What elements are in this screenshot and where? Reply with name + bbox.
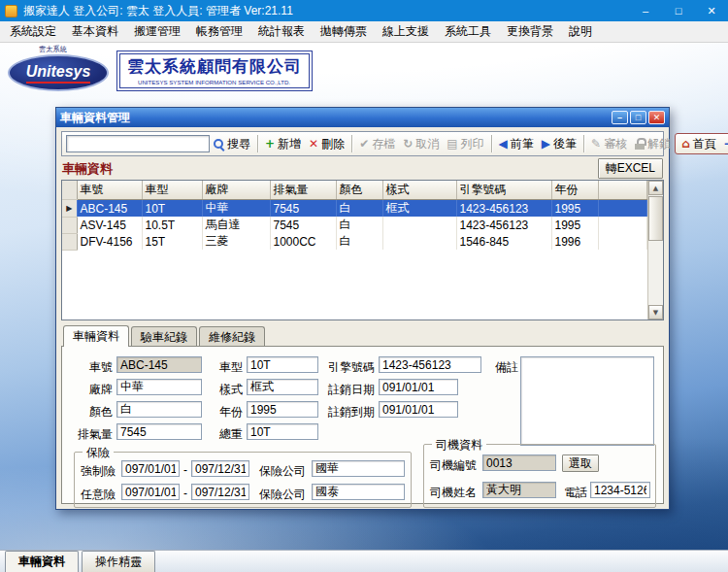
child-minimize-button[interactable]: – <box>612 111 628 124</box>
driver-id-field <box>482 454 556 471</box>
window-controls: – □ ✕ <box>629 0 728 21</box>
engine-no-field[interactable] <box>379 356 481 373</box>
row-selector-cell[interactable] <box>62 233 77 250</box>
cell[interactable]: 框式 <box>382 200 456 218</box>
table-row[interactable]: DFV-4156 15T 三菱 1000CC 白 1546-845 1996 <box>62 233 647 250</box>
tab-inspection-records[interactable]: 驗車紀錄 <box>131 326 197 347</box>
scrollbar-track[interactable] <box>648 195 663 305</box>
menu-item-system-config[interactable]: 系統設定 <box>2 21 64 42</box>
menu-item-change-background[interactable]: 更換背景 <box>499 21 561 42</box>
cell[interactable]: 1000CC <box>270 233 336 250</box>
cancel-date-field[interactable] <box>379 379 458 395</box>
search-input[interactable] <box>66 135 210 152</box>
compulsory-from-field[interactable] <box>121 460 180 477</box>
cell[interactable]: 白 <box>336 233 382 250</box>
menu-item-basic-data[interactable]: 基本資料 <box>64 21 126 42</box>
application-window: 搬家達人 登入公司: 雲太 登入人員: 管理者 Ver:21.11 – □ ✕ … <box>0 0 728 572</box>
cell[interactable]: 白 <box>336 217 382 233</box>
scroll-down-icon[interactable]: ▼ <box>648 305 663 320</box>
exit-button[interactable]: → 離開 <box>720 134 728 154</box>
cell[interactable]: 1996 <box>551 233 598 250</box>
cell[interactable]: 馬自達 <box>202 217 270 233</box>
cell[interactable]: 1546-845 <box>456 233 551 250</box>
menu-item-statistics-report[interactable]: 統計報表 <box>250 21 313 42</box>
driver-phone-field[interactable] <box>590 482 650 498</box>
cell[interactable]: 15T <box>142 233 202 250</box>
search-button[interactable]: 搜尋 <box>210 134 254 154</box>
export-excel-button[interactable]: 轉EXCEL <box>598 158 663 179</box>
scroll-up-icon[interactable]: ▲ <box>648 181 663 195</box>
cell[interactable]: 中華 <box>202 200 270 218</box>
brand-field[interactable] <box>116 379 202 395</box>
delete-icon: ✕ <box>309 138 318 150</box>
style-field[interactable] <box>247 379 318 395</box>
vehicle-window-titlebar[interactable]: 車輛資料管理 – □ ✕ <box>56 108 669 127</box>
menu-item-moving-management[interactable]: 搬運管理 <box>126 21 188 42</box>
menu-item-accounting[interactable]: 帳務管理 <box>188 21 250 42</box>
cell[interactable]: 10T <box>142 200 202 218</box>
cell[interactable]: 10.5T <box>142 217 202 233</box>
cancel-button: ↻ 取消 <box>399 134 443 154</box>
add-button[interactable]: + 新增 <box>261 134 305 154</box>
maximize-button[interactable]: □ <box>662 0 695 21</box>
bottom-tab-vehicle-data[interactable]: 車輛資料 <box>5 551 79 572</box>
row-selector-cell[interactable] <box>62 217 77 233</box>
tab-maintenance-records[interactable]: 維修紀錄 <box>199 326 265 347</box>
cancel-due-field[interactable] <box>379 401 458 418</box>
menu-item-online-support[interactable]: 線上支援 <box>375 21 437 42</box>
child-maximize-button[interactable]: □ <box>630 111 646 124</box>
child-close-button[interactable]: ✕ <box>648 111 665 124</box>
cell[interactable]: 7545 <box>270 217 336 233</box>
gross-weight-field[interactable] <box>247 423 318 440</box>
menu-item-system-tools[interactable]: 系統工具 <box>437 21 499 42</box>
cell[interactable]: 7545 <box>270 200 336 218</box>
cell-filler[interactable] <box>598 200 647 218</box>
scrollbar-thumb[interactable] <box>648 196 663 241</box>
menu-item-help[interactable]: 說明 <box>561 21 600 42</box>
pick-driver-button[interactable]: 選取 <box>562 454 599 472</box>
compulsory-company-field[interactable] <box>312 460 405 477</box>
cell-filler[interactable] <box>598 217 647 233</box>
home-button[interactable]: ⌂ 首頁 <box>678 134 720 154</box>
next-record-button[interactable]: ▶ 後筆 <box>538 134 580 154</box>
voluntary-from-field[interactable] <box>121 484 180 500</box>
year-field[interactable] <box>247 401 318 418</box>
unlock-button-label: 解鎖 <box>647 136 671 152</box>
cell-filler[interactable] <box>598 233 647 250</box>
cancel-button-label: 取消 <box>415 136 439 152</box>
displacement-field[interactable] <box>116 423 202 440</box>
row-marker-icon: ▶ <box>66 204 72 213</box>
table-row[interactable]: ASV-145 10.5T 馬自達 7545 白 1423-456123 199… <box>62 217 647 233</box>
color-field[interactable] <box>116 401 202 418</box>
compulsory-to-field[interactable] <box>191 460 249 477</box>
cell[interactable] <box>382 217 456 233</box>
vertical-scrollbar[interactable]: ▲ ▼ <box>647 181 663 320</box>
note-textarea[interactable] <box>520 356 654 446</box>
cell[interactable]: 1423-456123 <box>456 200 551 218</box>
close-button[interactable]: ✕ <box>695 0 728 21</box>
cell[interactable]: 1995 <box>551 200 598 218</box>
column-header-brand: 廠牌 <box>202 181 270 200</box>
note-label: 備註 <box>493 359 518 376</box>
cell[interactable]: 1995 <box>551 217 598 233</box>
cell[interactable]: ASV-145 <box>77 217 142 233</box>
bottom-tab-operation-wizard[interactable]: 操作精靈 <box>82 551 155 572</box>
table-row[interactable]: ▶ ABC-145 10T 中華 7545 白 框式 1423-456123 1… <box>62 200 647 218</box>
cell[interactable]: DFV-4156 <box>77 233 142 250</box>
previous-record-button[interactable]: ◀ 前筆 <box>495 134 538 154</box>
bottom-tab-bar: 車輛資料 操作精靈 <box>0 550 728 572</box>
cell[interactable]: 三菱 <box>202 233 270 250</box>
logo-tagline: 雲太系統 <box>39 45 67 54</box>
minimize-button[interactable]: – <box>629 0 662 21</box>
cell[interactable]: ABC-145 <box>77 200 142 218</box>
cell[interactable]: 1423-456123 <box>456 217 551 233</box>
model-field[interactable] <box>247 356 318 373</box>
cell[interactable]: 白 <box>336 200 382 218</box>
row-selector-cell[interactable]: ▶ <box>62 200 77 218</box>
cell[interactable] <box>382 233 456 250</box>
menu-item-voucher-transfer[interactable]: 拋轉傳票 <box>313 21 375 42</box>
delete-button[interactable]: ✕ 刪除 <box>305 134 348 154</box>
voluntary-company-field[interactable] <box>312 484 405 500</box>
tab-vehicle-data[interactable]: 車輛資料 <box>63 325 129 347</box>
voluntary-to-field[interactable] <box>191 484 249 500</box>
